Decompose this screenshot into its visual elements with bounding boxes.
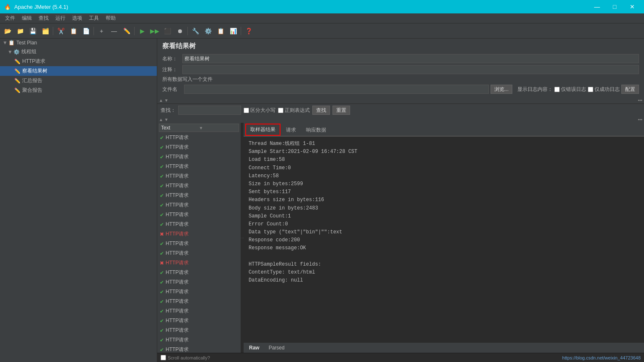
result-item-label: HTTP请求 <box>166 211 189 218</box>
result-item[interactable]: ✔HTTP请求 <box>157 200 241 210</box>
toolbar-save[interactable]: 💾 <box>27 25 39 37</box>
result-item[interactable]: ✔HTTP请求 <box>157 287 241 297</box>
scroll-checkbox[interactable] <box>161 355 166 360</box>
toolbar-chart[interactable]: 📊 <box>227 25 239 37</box>
result-item[interactable]: ✔HTTP请求 <box>157 268 241 277</box>
maximize-button[interactable]: □ <box>606 0 623 13</box>
result-item[interactable]: ✔HTTP请求 <box>157 181 241 191</box>
toolbar-sep-3 <box>134 27 135 35</box>
result-item[interactable]: ✔HTTP请求 <box>157 277 241 287</box>
menu-file[interactable]: 文件 <box>2 14 18 23</box>
result-item[interactable]: ✔HTTP请求 <box>157 162 241 171</box>
dots-menu-top[interactable]: ••• <box>638 98 642 103</box>
result-item[interactable]: ✔HTTP请求 <box>157 306 241 316</box>
menu-edit[interactable]: 编辑 <box>18 14 35 23</box>
toolbar-list[interactable]: 📋 <box>215 25 226 37</box>
menu-run[interactable]: 运行 <box>52 14 69 23</box>
toolbar-settings[interactable]: 🔧 <box>190 25 201 37</box>
toolbar: 📂 📁 💾 🗂️ ✂️ 📋 📄 + — ✏️ ▶ ▶▶ ⬛ ⏺ 🔧 ⚙️ 📋 📊… <box>0 23 644 39</box>
toolbar-new[interactable]: 📂 <box>2 25 13 37</box>
detail-line: Sample Start:2021-02-09 16:47:28 CST <box>249 148 639 156</box>
result-item[interactable]: ✔HTTP请求 <box>157 316 241 326</box>
result-item[interactable]: ✔HTTP请求 <box>157 152 241 162</box>
error-log-label: 仅错误日志 <box>561 86 586 93</box>
result-item[interactable]: ✔HTTP请求 <box>157 345 241 353</box>
tree-item-testplan[interactable]: ▼ 📋 Test Plan <box>0 39 157 47</box>
search-input[interactable] <box>178 106 241 115</box>
result-item[interactable]: ✔HTTP请求 <box>157 326 241 335</box>
file-input[interactable] <box>184 85 489 94</box>
tree-item-agg[interactable]: ✏️ 聚合报告 <box>0 85 157 95</box>
find-button[interactable]: 查找 <box>312 106 330 115</box>
toolbar-record[interactable]: ⏺ <box>174 25 186 37</box>
result-item[interactable]: ✔HTTP请求 <box>157 142 241 152</box>
error-log-checkbox[interactable] <box>554 87 560 92</box>
toolbar-edit[interactable]: ✏️ <box>121 25 132 37</box>
result-item[interactable]: ✖HTTP请求 <box>157 229 241 239</box>
browse-button[interactable]: 浏览... <box>491 85 512 94</box>
toolbar-run[interactable]: ▶ <box>136 25 148 37</box>
result-item-label: HTTP请求 <box>166 144 189 151</box>
minimize-button[interactable]: — <box>589 0 605 13</box>
menu-help[interactable]: 帮助 <box>102 14 119 23</box>
name-input[interactable] <box>182 54 639 63</box>
detail-line: Error Count:0 <box>249 220 639 228</box>
result-item[interactable]: ✔HTTP请求 <box>157 297 241 306</box>
detail-line <box>249 253 639 261</box>
result-item[interactable]: ✔HTTP请求 <box>157 210 241 220</box>
close-button[interactable]: ✕ <box>624 0 641 13</box>
toolbar-remove[interactable]: — <box>108 25 120 37</box>
tab-request[interactable]: 请求 <box>281 124 301 135</box>
toolbar-stop[interactable]: ⬛ <box>161 25 173 37</box>
reset-button[interactable]: 重置 <box>332 106 350 115</box>
config-button[interactable]: 配置 <box>621 85 639 94</box>
detail-line: Response message:OK <box>249 244 639 252</box>
result-item[interactable]: ✔HTTP请求 <box>157 335 241 345</box>
text-dropdown[interactable]: Text ▼ <box>159 124 239 132</box>
result-item[interactable]: ✔HTTP请求 <box>157 239 241 248</box>
detail-line: Response code:200 <box>249 236 639 244</box>
success-log-checkbox[interactable] <box>588 87 593 92</box>
tab-response-data[interactable]: 响应数据 <box>301 124 331 135</box>
bottom-tab-raw[interactable]: Raw <box>245 344 263 352</box>
result-item[interactable]: ✔HTTP请求 <box>157 191 241 200</box>
tab-sampler-result[interactable]: 取样器结果 <box>245 124 280 136</box>
tree-item-threadgroup[interactable]: ▼ ⚙️ 线程组 <box>0 47 157 57</box>
toolbar-help[interactable]: ❓ <box>243 25 254 37</box>
regex-checkbox[interactable] <box>278 108 283 113</box>
menu-find[interactable]: 查找 <box>35 14 52 23</box>
toolbar-config[interactable]: ⚙️ <box>202 25 214 37</box>
success-log-check[interactable]: 仅成功日志 <box>588 86 620 93</box>
result-item[interactable]: ✖HTTP请求 <box>157 258 241 268</box>
comment-input[interactable] <box>182 65 639 74</box>
toolbar-paste[interactable]: 📄 <box>80 25 92 37</box>
menu-options[interactable]: 选项 <box>69 14 86 23</box>
dots-menu-bottom[interactable]: ••• <box>638 117 642 122</box>
toolbar-save-all[interactable]: 🗂️ <box>39 25 51 37</box>
result-item[interactable]: ✔HTTP请求 <box>157 171 241 181</box>
result-item[interactable]: ✔HTTP请求 <box>157 133 241 142</box>
toolbar-copy[interactable]: 📋 <box>68 25 79 37</box>
splitter-bottom: ▲ ▼ ••• <box>157 116 644 123</box>
tree-item-summary[interactable]: ✏️ 汇总报告 <box>0 76 157 85</box>
case-checkbox[interactable] <box>244 108 249 113</box>
error-log-check[interactable]: 仅错误日志 <box>554 86 586 93</box>
result-item[interactable]: ✔HTTP请求 <box>157 220 241 229</box>
toolbar-open[interactable]: 📁 <box>14 25 26 37</box>
regex-check[interactable]: 正则表达式 <box>278 107 310 114</box>
detail-line: HTTPSampleResult fields: <box>249 261 639 269</box>
regex-label: 正则表达式 <box>285 107 310 114</box>
tree-item-httpreq[interactable]: ✏️ HTTP请求 <box>0 57 157 66</box>
detail-line: ContentType: text/html <box>249 269 639 277</box>
name-row: 名称： <box>162 54 639 63</box>
success-icon: ✔ <box>160 251 164 256</box>
toolbar-add[interactable]: + <box>96 25 107 37</box>
toolbar-cut[interactable]: ✂️ <box>55 25 67 37</box>
case-check[interactable]: 区分大小写 <box>244 107 275 114</box>
menu-tools[interactable]: 工具 <box>86 14 102 23</box>
chevron-down-icon: ▼ <box>199 126 237 130</box>
result-item[interactable]: ✔HTTP请求 <box>157 248 241 258</box>
tree-item-resulttree[interactable]: ✏️ 察看结果树 <box>0 66 157 76</box>
bottom-tab-parsed[interactable]: Parsed <box>265 344 288 352</box>
toolbar-run-all[interactable]: ▶▶ <box>149 25 161 37</box>
